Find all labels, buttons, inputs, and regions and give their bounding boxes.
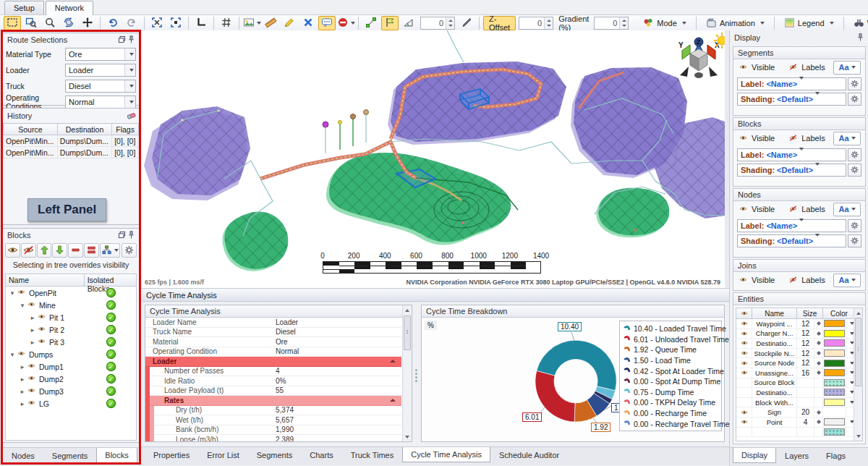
snap-spinner[interactable] bbox=[446, 17, 454, 29]
tab-display[interactable]: Display bbox=[733, 448, 776, 463]
label-combo[interactable]: Label:<Name> bbox=[737, 77, 846, 90]
entity-color-dropdown[interactable] bbox=[846, 319, 854, 329]
entity-eye-cell[interactable] bbox=[736, 358, 752, 368]
eye-icon[interactable] bbox=[26, 362, 37, 371]
combo-dropdown[interactable] bbox=[813, 95, 820, 103]
entity-row[interactable]: Source Block bbox=[736, 378, 854, 389]
tree-expander-icon[interactable]: ▸ bbox=[19, 388, 26, 395]
font-style-button[interactable]: Aa bbox=[833, 203, 861, 216]
combo-dropdown[interactable] bbox=[797, 80, 804, 88]
entity-eye-cell[interactable] bbox=[736, 349, 752, 358]
tree-row-lg[interactable]: ▸LG✓ bbox=[6, 397, 136, 410]
gear-button[interactable] bbox=[848, 93, 861, 106]
dump-mesh-right[interactable] bbox=[595, 187, 669, 237]
entity-row[interactable]: Charger N...12 bbox=[736, 329, 854, 339]
entity-size-spinner[interactable] bbox=[814, 319, 823, 329]
column-name[interactable]: Name bbox=[6, 274, 85, 286]
dump-mesh-center[interactable] bbox=[326, 153, 518, 245]
entity-size-spinner[interactable] bbox=[814, 339, 823, 348]
undo-button[interactable] bbox=[104, 16, 122, 30]
views-menu-button[interactable]: Views bbox=[848, 16, 868, 30]
route-field-combo-material-type[interactable]: Ore bbox=[65, 48, 136, 61]
pin-icon[interactable] bbox=[127, 230, 136, 241]
isolated-check-icon[interactable]: ✓ bbox=[106, 399, 116, 408]
entity-row[interactable]: Waypoint ...12 bbox=[736, 319, 854, 329]
entity-row[interactable]: Source Node12 bbox=[736, 358, 854, 368]
entity-eye-cell[interactable] bbox=[736, 388, 752, 397]
tab-properties[interactable]: Properties bbox=[145, 447, 198, 463]
entity-color-dropdown[interactable] bbox=[846, 388, 854, 397]
restore-icon[interactable] bbox=[117, 35, 127, 46]
pan-button[interactable] bbox=[79, 16, 96, 30]
document-tab-network[interactable]: Network bbox=[46, 1, 93, 15]
tree-expander-icon[interactable]: ▸ bbox=[19, 376, 26, 383]
entity-size-spinner[interactable] bbox=[814, 349, 823, 358]
tree-expander-icon[interactable]: ▾ bbox=[9, 351, 16, 358]
eye-icon[interactable] bbox=[36, 325, 47, 334]
tab-segments[interactable]: Segments bbox=[43, 448, 97, 464]
isolated-check-icon[interactable]: ✓ bbox=[106, 374, 116, 384]
eye-icon[interactable] bbox=[738, 205, 749, 214]
entity-row[interactable]: Point4 bbox=[736, 418, 854, 428]
tree-expander-icon[interactable]: ▾ bbox=[9, 289, 16, 297]
arrow-down-button[interactable] bbox=[52, 243, 67, 258]
isolated-check-icon[interactable]: ✓ bbox=[106, 325, 116, 334]
eye-icon[interactable] bbox=[26, 399, 37, 408]
tab-cycle-time-analysis[interactable]: Cycle Time Analysis bbox=[402, 447, 490, 462]
isolated-check-icon[interactable]: ✓ bbox=[106, 362, 116, 371]
history-column[interactable]: Flags bbox=[112, 124, 139, 135]
entity-row[interactable] bbox=[736, 428, 854, 438]
zoom-button[interactable] bbox=[41, 16, 59, 30]
marquee-select-button[interactable] bbox=[4, 16, 21, 30]
entity-color-dropdown[interactable] bbox=[846, 398, 854, 407]
eye-slash-icon[interactable] bbox=[788, 276, 799, 285]
entity-size-spinner[interactable] bbox=[814, 378, 823, 388]
entity-color-dropdown[interactable] bbox=[846, 358, 854, 368]
isolated-check-icon[interactable]: ✓ bbox=[106, 350, 116, 359]
entity-row[interactable]: Sign20 bbox=[736, 407, 854, 418]
gear-button[interactable] bbox=[848, 234, 861, 247]
entity-color-dropdown[interactable] bbox=[846, 428, 854, 437]
font-style-button[interactable]: Aa bbox=[833, 132, 861, 145]
column-isolated-blocks[interactable]: Isolated Blocks bbox=[85, 274, 136, 286]
remove-button[interactable] bbox=[68, 243, 83, 258]
gradient-spinner[interactable] bbox=[619, 17, 628, 29]
comment-button[interactable] bbox=[318, 16, 336, 30]
entity-eye-cell[interactable] bbox=[736, 319, 752, 329]
tab-schedule-auditor[interactable]: Schedule Auditor bbox=[490, 447, 568, 463]
label-combo[interactable]: Label:<Name> bbox=[737, 148, 846, 161]
tab-flags[interactable]: Flags bbox=[817, 448, 854, 464]
eye-icon[interactable] bbox=[36, 337, 47, 347]
eye-icon[interactable] bbox=[738, 134, 749, 143]
arrow-up-button[interactable] bbox=[37, 243, 52, 258]
entity-eye-cell[interactable] bbox=[736, 368, 752, 378]
entity-eye-cell[interactable] bbox=[736, 428, 752, 437]
entity-eye-cell[interactable] bbox=[736, 339, 752, 348]
remove-all-button[interactable] bbox=[84, 243, 99, 258]
document-tab-setup[interactable]: Setup bbox=[4, 1, 44, 14]
entity-color-dropdown[interactable] bbox=[846, 368, 854, 378]
tab-truck-times[interactable]: Truck Times bbox=[342, 447, 403, 463]
entity-size-spinner[interactable] bbox=[814, 329, 823, 339]
ruler-button[interactable] bbox=[262, 16, 279, 30]
image-button[interactable] bbox=[243, 16, 260, 30]
font-style-button[interactable]: Aa bbox=[833, 61, 861, 75]
isolated-check-icon[interactable]: ✓ bbox=[106, 337, 116, 347]
entity-row[interactable]: Stockpile N...12 bbox=[736, 349, 854, 359]
animation-menu-button[interactable]: Animation bbox=[700, 16, 770, 30]
settings-button[interactable] bbox=[122, 243, 137, 258]
tree-expander-icon[interactable]: ▸ bbox=[29, 339, 36, 346]
eye-icon[interactable] bbox=[16, 350, 27, 359]
tab-charts[interactable]: Charts bbox=[301, 447, 341, 463]
combo-dropdown[interactable] bbox=[124, 80, 135, 92]
entity-size-spinner[interactable] bbox=[814, 407, 823, 417]
gear-button[interactable] bbox=[848, 219, 861, 232]
redo-button[interactable] bbox=[123, 16, 140, 30]
gear-button[interactable] bbox=[848, 164, 861, 177]
color-column-header[interactable]: Color bbox=[823, 308, 854, 318]
snap-value-input[interactable]: 0 bbox=[420, 17, 455, 30]
entity-color-dropdown[interactable] bbox=[846, 339, 854, 348]
z-offset-button[interactable]: Z-Offset bbox=[483, 16, 516, 30]
font-style-button[interactable]: Aa bbox=[833, 274, 861, 287]
dump-mesh-bottom-left[interactable] bbox=[223, 211, 289, 271]
